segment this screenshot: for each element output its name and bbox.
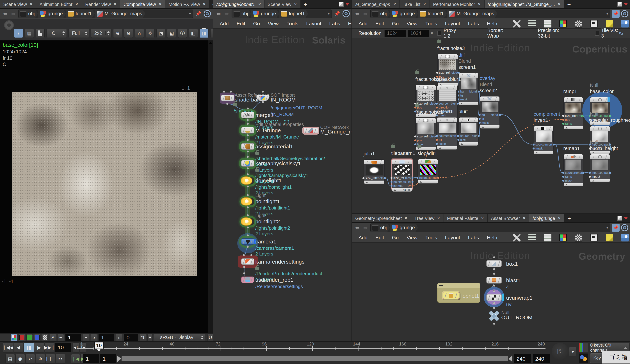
tab-scene-view[interactable]: Scene View✕ [0,0,36,8]
path-dropdown-icon[interactable]: ▾ [328,11,332,16]
viewer-histogram-icon[interactable]: ▙ [36,29,44,38]
tab--obj-grunge-lopnet1-m-grunge-[interactable]: /obj/grunge/lopnet1/M_Grunge_...✕ [484,0,564,8]
colorspace-select[interactable]: sRGB - Display [154,334,205,341]
channel-rgb-icon[interactable] [11,334,17,341]
split-right-icon[interactable]: ◩ [210,29,213,38]
precision-label[interactable]: Precision: 32-bit [538,28,566,39]
breadcrumb-obj[interactable]: obj [370,224,390,232]
breadcrumb-grunge[interactable]: grunge [390,224,418,232]
path-bar[interactable]: objgrungelopnet1▾ [232,9,332,18]
viewer-image-icon[interactable]: ◗ [14,29,23,38]
contrast-field[interactable]: 1 [98,334,114,341]
lut-button[interactable]: U [208,334,213,341]
solaris-network-editor[interactable]: Indie Edition Solaris Asset Referencesha… [213,29,352,341]
contrast-icon[interactable]: ◑ [90,334,97,341]
breadcrumb-grunge[interactable]: grunge [251,10,279,17]
tab-close-icon[interactable]: ✕ [294,2,297,7]
path-bar[interactable]: objgrungelopnet1M_Grunge_maps▾ [370,9,610,18]
tab-m-grunge-maps[interactable]: M_Grunge_maps✕ [352,0,400,8]
menu-go[interactable]: Go [392,235,398,241]
menu-tools[interactable]: Tools [426,21,437,26]
nav-forward-icon[interactable]: ➡ [362,10,369,17]
tab-close-icon[interactable]: ✕ [158,2,162,7]
list-icon[interactable] [544,234,552,242]
pane-maximize-icon[interactable] [618,216,622,221]
breadcrumb-obj[interactable]: obj [232,10,251,17]
menu-add[interactable]: Add [220,21,229,26]
tab--obj-grunge-lopnet1[interactable]: /obj/grunge/lopnet1✕ [213,0,264,8]
resolution-select[interactable]: Full [68,29,89,38]
breadcrumb-lopnet1[interactable]: lopnet1 [279,10,308,17]
breadcrumb-m_grunge_maps[interactable]: M_Grunge_maps [447,10,498,17]
node-blur1[interactable]: sourceblursize [458,117,478,144]
nav-back-icon[interactable]: ⬅ [2,10,9,17]
path-bar[interactable]: objgrungelopnet1M_Grunge_maps▾ [18,9,193,18]
frame-dec-button[interactable]: ◀❘ [73,343,79,353]
nav-back-icon[interactable]: ⬅ [354,225,361,231]
palette-icon[interactable] [559,20,567,27]
go-start-button[interactable]: ❘◀◀ [3,343,13,353]
tab-close-icon[interactable]: ✕ [558,216,561,221]
menu-labs[interactable]: Labs [468,21,479,26]
gain-field[interactable]: 1 [65,334,82,341]
tab-close-icon[interactable]: ✕ [114,2,117,7]
sticky-icon[interactable] [606,20,613,27]
tab-close-icon[interactable]: ✕ [75,2,78,7]
tab-close-icon[interactable]: ✕ [423,2,426,7]
copernicus-network-editor[interactable]: Indie Edition Copernicus size_refnoisepo… [352,38,630,214]
gear-icon[interactable] [5,21,13,29]
tab-close-icon[interactable]: ✕ [258,2,261,7]
scrub-options-icon[interactable]: ⊷ [56,354,65,364]
channel-select[interactable]: C [46,29,67,38]
follow-focus-icon[interactable] [204,10,211,17]
levels-icon[interactable]: ⇅ [140,334,146,341]
playback-range-slider[interactable] [122,356,508,361]
zoom-out-icon[interactable]: ⊖ [124,29,133,38]
path-dropdown-icon[interactable]: ▾ [606,225,610,230]
tab-asset-browser[interactable]: Asset Browser✕ [488,214,530,222]
composite-viewport[interactable]: base_color[10] 1024x1024 fr 10 C 1, 1 -1… [0,40,208,333]
menu-add[interactable]: Add [358,21,368,26]
menu-layout[interactable]: Layout [445,21,460,26]
gamma-icon[interactable]: ☼ [116,334,122,341]
pin-icon[interactable]: 📌 [612,10,620,17]
tab-tree-view[interactable]: Tree View✕ [411,214,444,222]
tab-close-icon[interactable]: ✕ [478,2,481,7]
menu-add[interactable]: Add [358,235,368,241]
menu-help[interactable]: Help [487,21,497,26]
tilevis-checkbox[interactable] [595,31,599,35]
tab-performance-monitor[interactable]: Performance Monitor✕ [430,0,484,8]
menu-layout[interactable]: Layout [445,235,460,241]
menu-tools[interactable]: Tools [286,21,298,26]
wrench-icon[interactable] [513,234,520,242]
info-icon[interactable]: ⓘ [178,29,187,38]
path-dropdown-icon[interactable]: ▾ [189,11,193,16]
brightness-icon[interactable]: ☀ [50,334,56,341]
border-label[interactable]: Border: Wrap [487,28,511,39]
menu-help[interactable]: Help [348,21,352,26]
set-key-button[interactable]: ⚿ [552,343,569,360]
tab-close-icon[interactable]: ✕ [437,216,440,221]
breadcrumb-obj[interactable]: obj [18,10,38,17]
pin-icon[interactable]: 📌 [194,10,202,17]
stop-button[interactable]: ▮▮ [24,343,34,353]
menu-edit[interactable]: Edit [376,21,384,26]
node-remap1[interactable]: sourceremaprampmask [563,154,584,185]
follow-focus-icon[interactable] [342,10,350,17]
playbar-marker[interactable]: 10 [94,342,104,349]
menu-view[interactable]: View [268,21,278,26]
channel-editor-icon[interactable] [578,354,588,363]
tree-icon[interactable] [528,234,536,242]
new-tab-button[interactable]: + [564,0,574,8]
grid-select[interactable]: 2x2 [91,29,112,38]
add-keyframe-icon[interactable]: ⊕ [36,354,45,364]
pane-menu-icon[interactable] [624,217,628,220]
playbar-options-icon[interactable]: ▤ [6,354,15,364]
channel-green-icon[interactable] [26,334,33,341]
range-end-field[interactable]: 240 [514,354,531,364]
tab-motion-fx-view[interactable]: Motion FX View✕ [166,0,210,8]
breadcrumb-m_grunge_maps[interactable]: M_Grunge_maps [95,10,146,17]
tab-composite-view[interactable]: Composite View✕ [120,0,166,8]
channel-blue-icon[interactable] [34,334,40,341]
menu-help[interactable]: Help [487,235,497,241]
